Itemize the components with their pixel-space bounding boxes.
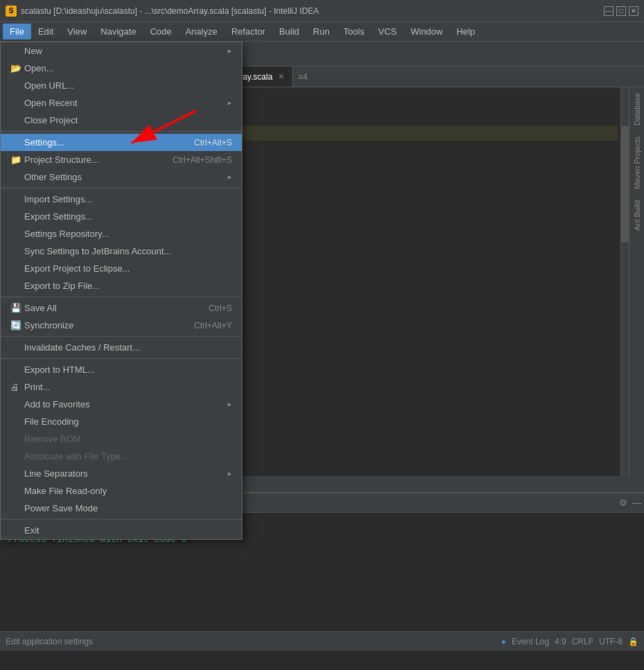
project-structure-label: Project Structure... [24, 155, 99, 165]
synchronize-label: Synchronize [24, 320, 74, 330]
tab-count[interactable]: ≡4 [293, 67, 314, 87]
menu-item-open-url[interactable]: Open URL... [1, 77, 242, 94]
right-sidebar: Database Maven Projects Ant Build [629, 87, 644, 476]
menu-item-sync-settings[interactable]: Sync Settings to JetBrains Account... [1, 243, 242, 260]
window-controls[interactable]: — □ ✕ [604, 6, 638, 16]
vertical-scrollbar[interactable] [620, 87, 629, 476]
sync-settings-label: Sync Settings to JetBrains Account... [24, 246, 171, 256]
power-save-label: Power Save Mode [24, 503, 98, 513]
menu-item-close-project[interactable]: Close Project [1, 112, 242, 129]
menu-item-invalidate-caches[interactable]: Invalidate Caches / Restart... [1, 339, 242, 356]
export-settings-label: Export Settings... [24, 211, 93, 222]
status-message: Edit application settings [6, 637, 93, 646]
menu-item-other-settings[interactable]: Other Settings ▸ [1, 168, 242, 186]
title-bar: S scalastu [D:\ideashuju\scalastu] - ...… [0, 0, 644, 22]
window-title: scalastu [D:\ideashuju\scalastu] - ...\s… [21, 6, 600, 16]
bottom-settings-button[interactable]: ⚙ [616, 496, 630, 510]
open-recent-label: Open Recent [24, 98, 78, 108]
menu-item-settings-repo[interactable]: Settings Repository... [1, 225, 242, 243]
line-separators-label: Line Separators [24, 468, 88, 479]
event-log-label[interactable]: Event Log [512, 637, 549, 646]
synchronize-icon: 🔄 [10, 320, 24, 330]
menu-item-settings[interactable]: Settings... Ctrl+Alt+S [1, 134, 242, 151]
menu-help[interactable]: Help [449, 24, 482, 39]
menu-item-file-encoding[interactable]: File Encoding [1, 413, 242, 430]
encoding-label[interactable]: UTF-8 [599, 637, 623, 646]
menu-item-add-favorites[interactable]: Add to Favorites ▸ [1, 396, 242, 413]
menu-item-export-zip[interactable]: Export to Zip File... [1, 277, 242, 294]
menu-item-save-all[interactable]: 💾 Save All Ctrl+S [1, 299, 242, 317]
bottom-minimize-button[interactable]: — [630, 496, 644, 510]
event-log-indicator: ● [501, 637, 506, 646]
other-settings-label: Other Settings [24, 172, 82, 182]
menu-tools[interactable]: Tools [337, 24, 371, 39]
menu-sep-4 [1, 336, 242, 337]
menu-build[interactable]: Build [272, 24, 306, 39]
sidebar-database[interactable]: Database [633, 87, 641, 131]
menu-vcs[interactable]: VCS [371, 24, 404, 39]
export-zip-label: Export to Zip File... [24, 281, 100, 291]
menu-window[interactable]: Window [404, 24, 449, 39]
invalidate-caches-label: Invalidate Caches / Restart... [24, 342, 140, 353]
new-label: New [24, 46, 42, 56]
line-separator[interactable]: CRLF [572, 637, 593, 646]
menu-file[interactable]: File [3, 24, 31, 39]
menu-analyze[interactable]: Analyze [179, 24, 224, 39]
menu-sep-2 [1, 188, 242, 188]
status-right: ● Event Log 4:9 CRLF UTF-8 🔒 [501, 637, 638, 646]
sidebar-ant[interactable]: Ant Build [633, 195, 641, 236]
settings-shortcut: Ctrl+Alt+S [194, 138, 232, 148]
menu-run[interactable]: Run [306, 24, 337, 39]
tab-close-demo[interactable]: ✕ [278, 73, 284, 80]
menu-item-export-html[interactable]: Export to HTML... [1, 361, 242, 378]
menu-sep-3 [1, 297, 242, 297]
menu-item-new[interactable]: New ▸ [1, 42, 242, 60]
open-icon: 📂 [10, 63, 24, 73]
menu-item-export-settings[interactable]: Export Settings... [1, 208, 242, 225]
project-structure-shortcut: Ctrl+Alt+Shift+S [172, 155, 232, 165]
cursor-position: 4:9 [555, 637, 566, 646]
maximize-button[interactable]: □ [616, 6, 626, 16]
line-separators-arrow: ▸ [228, 469, 232, 478]
menu-code[interactable]: Code [143, 24, 179, 39]
menu-item-exit[interactable]: Exit [1, 522, 242, 539]
menu-sep-6 [1, 519, 242, 520]
make-read-only-label: Make File Read-only [24, 486, 107, 496]
menu-navigate[interactable]: Navigate [93, 24, 143, 39]
menu-item-make-read-only[interactable]: Make File Read-only [1, 482, 242, 500]
open-label: Open... [24, 63, 54, 73]
close-button[interactable]: ✕ [629, 6, 638, 16]
menu-item-print[interactable]: 🖨 Print... [1, 378, 242, 396]
minimize-button[interactable]: — [604, 6, 614, 16]
menu-edit[interactable]: Edit [31, 24, 60, 39]
menu-item-associate-file: Associate with File Type... [1, 448, 242, 465]
sidebar-maven[interactable]: Maven Projects [633, 131, 641, 195]
status-bar: Edit application settings ● Event Log 4:… [0, 631, 644, 651]
menu-sep-1 [1, 131, 242, 132]
print-icon: 🖨 [10, 382, 24, 392]
scrollbar-thumb[interactable] [621, 126, 629, 243]
save-all-icon: 💾 [10, 303, 24, 313]
open-recent-arrow: ▸ [228, 98, 232, 107]
save-all-shortcut: Ctrl+S [208, 303, 232, 313]
settings-repo-label: Settings Repository... [24, 229, 109, 239]
status-left: Edit application settings [6, 637, 496, 646]
other-settings-arrow: ▸ [228, 173, 232, 182]
menu-view[interactable]: View [60, 24, 93, 39]
menu-item-power-save[interactable]: Power Save Mode [1, 500, 242, 517]
menu-item-open[interactable]: 📂 Open... [1, 60, 242, 77]
menu-item-project-structure[interactable]: 📁 Project Structure... Ctrl+Alt+Shift+S [1, 151, 242, 168]
add-favorites-arrow: ▸ [228, 400, 232, 409]
settings-label: Settings... [24, 137, 64, 148]
export-eclipse-label: Export Project to Eclipse... [24, 263, 129, 274]
save-all-label: Save All [24, 303, 57, 313]
menu-item-line-separators[interactable]: Line Separators ▸ [1, 465, 242, 482]
menu-item-synchronize[interactable]: 🔄 Synchronize Ctrl+Alt+Y [1, 317, 242, 334]
menu-refactor[interactable]: Refactor [224, 24, 272, 39]
file-menu-dropdown[interactable]: New ▸ 📂 Open... Open URL... Open Recent … [0, 42, 242, 540]
menu-item-export-eclipse[interactable]: Export Project to Eclipse... [1, 260, 242, 277]
menu-item-import-settings[interactable]: Import Settings... [1, 191, 242, 208]
synchronize-shortcut: Ctrl+Alt+Y [194, 321, 232, 330]
new-arrow: ▸ [228, 46, 232, 55]
menu-item-open-recent[interactable]: Open Recent ▸ [1, 94, 242, 112]
